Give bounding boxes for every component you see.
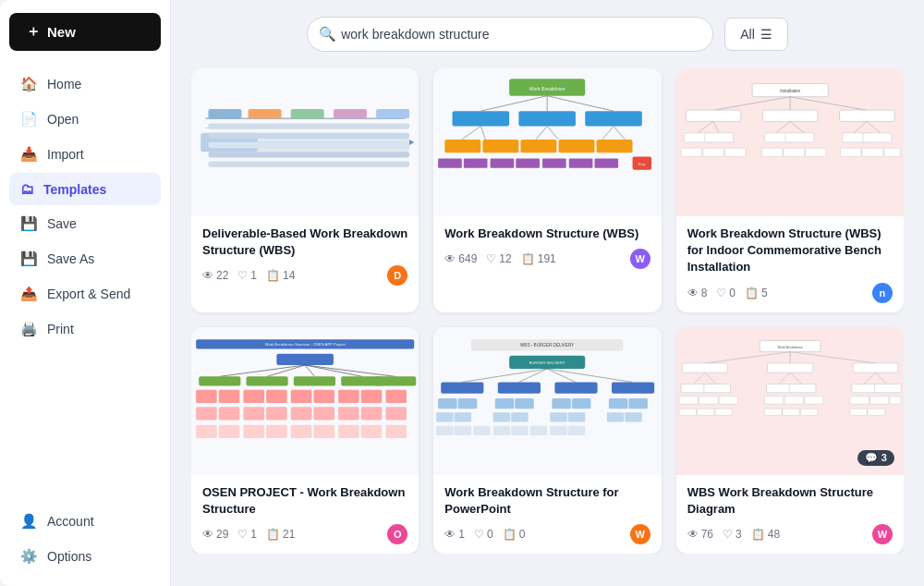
eye-icon-5: 👁 — [444, 528, 456, 541]
svg-rect-107 — [266, 424, 287, 437]
sidebar-item-templates[interactable]: 🗂 Templates — [9, 173, 161, 205]
print-icon: 🖨️ — [20, 321, 38, 337]
svg-rect-94 — [385, 389, 407, 402]
svg-rect-127 — [495, 397, 515, 408]
views-5: 👁 1 — [444, 528, 465, 541]
template-card-6[interactable]: Work Breakdown — [676, 327, 904, 554]
template-card-1[interactable]: Deliverable-Based Work Breakdown Structu… — [191, 68, 419, 312]
svg-rect-63 — [863, 133, 892, 142]
template-card-5[interactable]: WBS - BURGER DELIVERY BURGER DELIVERY — [433, 327, 661, 554]
svg-line-56 — [854, 121, 867, 132]
sidebar-item-account[interactable]: 👤 Account — [9, 505, 161, 538]
new-label: New — [47, 24, 76, 40]
card-info-3: Work Breakdown Structure (WBS) for Indoo… — [676, 216, 904, 312]
home-icon: 🏠 — [20, 76, 38, 92]
options-icon: ⚙️ — [20, 548, 38, 565]
card-thumb-1 — [191, 68, 419, 216]
svg-rect-21 — [453, 111, 510, 126]
card-meta-4: 👁 29 ♡ 1 📋 21 O — [202, 524, 407, 544]
svg-rect-137 — [551, 412, 567, 421]
svg-rect-22 — [519, 111, 577, 126]
svg-text:Key: Key — [639, 162, 647, 166]
svg-rect-168 — [874, 384, 901, 392]
sidebar-label-open: Open — [47, 112, 79, 127]
sidebar-item-export[interactable]: 📤 Export & Send — [9, 277, 161, 311]
svg-rect-64 — [681, 148, 702, 156]
sidebar-item-save-as[interactable]: 💾 Save As — [9, 242, 161, 275]
svg-line-161 — [864, 372, 875, 384]
svg-line-79 — [305, 365, 362, 376]
eye-icon-2: 👁 — [444, 252, 456, 265]
svg-rect-31 — [483, 140, 519, 153]
svg-rect-90 — [291, 389, 312, 402]
svg-rect-13 — [208, 152, 409, 157]
sidebar-item-options[interactable]: ⚙️ Options — [9, 540, 161, 573]
account-icon: 👤 — [20, 513, 38, 530]
sidebar-item-import[interactable]: 📥 Import — [9, 138, 161, 171]
sidebar: ＋ New 🏠 Home 📄 Open 📥 Import 🗂 Templates… — [0, 0, 171, 586]
main-content: 🔍 All ☰ — [171, 0, 924, 586]
sidebar-label-save: Save — [47, 216, 77, 231]
svg-rect-6 — [249, 109, 282, 118]
likes-5: ♡ 0 — [474, 528, 493, 541]
svg-line-18 — [481, 96, 548, 111]
copies-6: 📋 48 — [751, 528, 780, 541]
sidebar-item-save[interactable]: 💾 Save — [9, 207, 161, 240]
svg-rect-89 — [266, 389, 287, 402]
sidebar-label-account: Account — [47, 514, 94, 529]
card-thumb-4: Work Breakdown Structure - OSEN APP Proj… — [191, 327, 419, 475]
new-button[interactable]: ＋ New — [9, 13, 161, 51]
views-1: 👁 22 — [202, 269, 228, 282]
card-thumb-6: Work Breakdown — [676, 327, 904, 475]
card-info-2: Work Breakdown Structure (WBS) 👁 649 ♡ 1… — [433, 216, 661, 278]
copy-icon-3: 📋 — [745, 287, 759, 299]
heart-icon-6: ♡ — [723, 528, 733, 541]
svg-rect-125 — [438, 397, 457, 408]
card-info-4: OSEN PROJECT - Work Breakdown Structure … — [191, 475, 419, 554]
card-title-5: Work Breakdown Structure for PowerPoint — [444, 484, 650, 518]
svg-line-25 — [481, 127, 486, 140]
svg-rect-59 — [704, 133, 733, 142]
svg-rect-175 — [849, 396, 869, 403]
sidebar-item-print[interactable]: 🖨️ Print — [9, 312, 161, 346]
svg-rect-144 — [493, 425, 510, 434]
card-meta-2: 👁 649 ♡ 12 📋 191 W — [444, 249, 650, 269]
template-card-4[interactable]: Work Breakdown Structure - OSEN APP Proj… — [191, 327, 419, 554]
search-wrapper: 🔍 — [307, 17, 713, 52]
template-card-3[interactable]: Installation — [676, 68, 904, 312]
card-meta-1: 👁 22 ♡ 1 📋 14 D — [202, 265, 407, 286]
plus-icon: ＋ — [26, 22, 41, 42]
avatar-1: D — [387, 265, 407, 286]
copies-2: 📋 191 — [521, 252, 556, 265]
svg-rect-121 — [442, 382, 484, 393]
svg-text:Work Breakdown Structure - OSE: Work Breakdown Structure - OSEN APP Proj… — [265, 342, 346, 347]
svg-rect-176 — [869, 396, 889, 403]
svg-line-158 — [704, 372, 715, 384]
sidebar-item-open[interactable]: 📄 Open — [9, 103, 161, 136]
search-input[interactable] — [307, 17, 713, 52]
svg-rect-174 — [804, 396, 823, 403]
wbs-pink-diagram: Installation — [676, 68, 904, 216]
views-2: 👁 649 — [444, 252, 477, 265]
svg-rect-87 — [219, 389, 240, 402]
svg-rect-108 — [291, 424, 312, 437]
sidebar-label-import: Import — [47, 147, 84, 162]
svg-rect-10 — [208, 123, 409, 128]
nav-section-bottom: 👤 Account ⚙️ Options — [9, 505, 161, 573]
svg-rect-105 — [219, 424, 240, 437]
copy-icon-6: 📋 — [751, 528, 765, 541]
filter-button[interactable]: All ☰ — [724, 18, 788, 51]
svg-rect-14 — [208, 162, 409, 167]
svg-rect-40 — [517, 158, 541, 167]
svg-line-153 — [790, 351, 875, 362]
svg-rect-8 — [334, 109, 367, 118]
sidebar-item-home[interactable]: 🏠 Home — [9, 67, 161, 101]
template-card-2[interactable]: Work Breakdown — [433, 68, 661, 312]
svg-line-117 — [462, 369, 547, 382]
svg-line-160 — [790, 372, 801, 384]
views-6: 👁 76 — [687, 528, 713, 541]
svg-rect-147 — [551, 425, 567, 434]
likes-4: ♡ 1 — [237, 528, 257, 541]
svg-rect-30 — [445, 140, 481, 153]
svg-rect-164 — [703, 384, 730, 392]
